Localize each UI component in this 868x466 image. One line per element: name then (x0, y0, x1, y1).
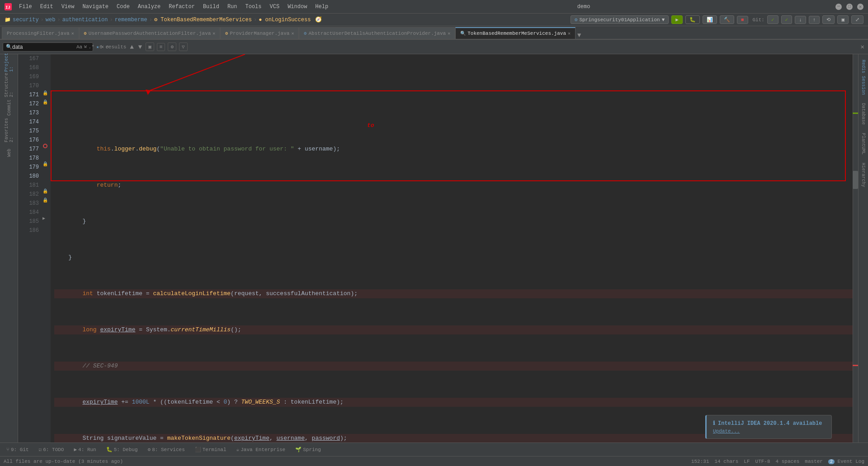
menu-help[interactable]: Help (311, 3, 332, 11)
panel-redis-session[interactable]: Redis Session (860, 56, 867, 99)
search-in-selection-btn[interactable]: ▣ (146, 42, 154, 51)
sidebar-web-icon[interactable]: Web (1, 146, 17, 159)
tab-provider-manager[interactable]: ⚙ ProviderManager.java ✕ (220, 27, 299, 39)
panel-database[interactable]: Database (860, 99, 867, 128)
title-bar: IJ File Edit View Navigate Code Analyze … (0, 0, 868, 14)
gutter-lock-182: 🔒 (42, 198, 48, 203)
tab-close-icon[interactable]: ✕ (291, 31, 294, 36)
tab-token-based-remember[interactable]: 🔍 TokenBasedRememberMeServices.java ✕ (455, 27, 576, 39)
git-commit-btn[interactable]: ✓ (767, 15, 778, 24)
menu-edit[interactable]: Edit (37, 3, 57, 11)
menu-build[interactable]: Build (199, 3, 223, 11)
build-button[interactable]: 🔨 (720, 15, 734, 24)
sidebar-commit-icon[interactable]: Commit (1, 101, 17, 114)
java-enterprise-tool-btn[interactable]: ☕ Java Enterprise (233, 446, 289, 453)
coverage-button[interactable]: 📊 (703, 15, 717, 24)
event-log-btn[interactable]: 2 Event Log (828, 459, 864, 464)
search-prev-btn[interactable]: ▲ (129, 43, 134, 51)
menu-refactor[interactable]: Refactor (165, 3, 198, 11)
run-button[interactable]: ▶ (671, 15, 683, 24)
share-btn[interactable]: ↑ (809, 16, 820, 24)
spring-tool-btn[interactable]: 🌱 Spring (292, 446, 325, 453)
sidebar-structure-icon[interactable]: 2: Structure (1, 79, 17, 91)
sidebar-favorites-icon[interactable]: 2: Favorites (1, 124, 17, 137)
code-lines[interactable]: this.logger.debug("Unable to obtain pass… (51, 54, 853, 442)
code-line-169: } (54, 217, 853, 226)
sidebar-project-icon[interactable]: 1: Project (1, 56, 17, 69)
breadcrumb-item-rememberme[interactable]: rememberme (115, 17, 147, 23)
layout-btn[interactable]: ▣ (837, 15, 849, 24)
history-btn[interactable]: ⟲ (822, 15, 835, 24)
breadcrumb-item-web[interactable]: web (46, 17, 56, 23)
tab-processing-filter[interactable]: ProcessingFilter.java ✕ (2, 27, 79, 39)
gutter-expand-184: ▶ (42, 216, 45, 221)
todo-tool-btn[interactable]: ☑ 6: TODO (35, 446, 68, 453)
stop-button[interactable]: ■ (737, 16, 748, 24)
search-next-btn[interactable]: ▼ (137, 43, 143, 51)
status-position[interactable]: 152:31 (691, 459, 709, 464)
menu-vcs[interactable]: VCS (266, 3, 283, 11)
menu-run[interactable]: Run (224, 3, 241, 11)
tab-abstract-user-details[interactable]: ⚙ AbstractUserDetailsAuthenticationProvi… (299, 27, 455, 39)
scroll-marker-ok (853, 113, 858, 114)
search-multiline-btn[interactable]: ≡ (157, 43, 165, 51)
menu-analyze[interactable]: Analyze (134, 3, 164, 11)
tab-close-icon[interactable]: ✕ (71, 31, 74, 36)
run-config-selector[interactable]: ⚙ Springsecurity01Application ▼ (571, 15, 669, 24)
services-tool-btn[interactable]: ⚙ 8: Services (144, 446, 189, 453)
search-input-wrapper: 🔍 Aa W .* ★ ✕ ↺ (3, 42, 93, 52)
search-options-btn[interactable]: ⚙ (168, 42, 176, 51)
left-sidebar: 1: Project 2: Structure Commit 2: Favori… (0, 54, 18, 442)
annotation-to-label: to (367, 121, 374, 130)
menu-file[interactable]: File (15, 3, 36, 11)
update-btn[interactable]: ↓ (795, 16, 806, 24)
minimize-button[interactable]: ─ (835, 4, 842, 10)
status-indent[interactable]: 4 spaces (776, 459, 800, 464)
tab-label: TokenBasedRememberMeServices.java (467, 31, 566, 36)
status-linesep[interactable]: LF (744, 459, 750, 464)
annotation-box (51, 90, 846, 181)
scrollbar-thumb[interactable] (853, 171, 858, 189)
more-tabs-icon[interactable]: ▼ (577, 32, 581, 39)
menu-window[interactable]: Window (284, 3, 311, 11)
tab-username-password[interactable]: ⚙ UsernamePasswordAuthenticationFilter.j… (79, 27, 221, 39)
expand-btn[interactable]: ⤢ (851, 15, 863, 24)
title-bar-title: demo (577, 3, 590, 10)
git-branch-status[interactable]: master (805, 459, 823, 464)
terminal-tool-btn[interactable]: ⬛ Terminal (191, 446, 230, 453)
status-encoding[interactable]: UTF-8 (755, 459, 770, 464)
run-tool-btn[interactable]: ▶ 4: Run (70, 446, 99, 453)
notification-update-link[interactable]: Update... (713, 428, 740, 434)
bottom-toolbar: ⑂ 9: Git ☑ 6: TODO ▶ 4: Run 🐛 5: Debug ⚙… (0, 442, 868, 456)
right-scrollbar[interactable] (853, 54, 858, 442)
tab-close-icon[interactable]: ✕ (212, 31, 215, 36)
breadcrumb-item-security[interactable]: security (13, 17, 39, 23)
menu-code[interactable]: Code (113, 3, 133, 11)
tab-close-icon[interactable]: ✕ (448, 31, 450, 36)
git-push-btn[interactable]: ✓ (781, 15, 793, 24)
breadcrumb-item-authentication[interactable]: authentication (62, 17, 108, 23)
maximize-button[interactable]: □ (846, 4, 853, 10)
search-filter-btn[interactable]: ▽ (179, 42, 188, 51)
menu-navigate[interactable]: Navigate (79, 3, 112, 11)
search-close-button[interactable]: ✕ (860, 43, 865, 51)
code-line-167: this.logger.debug("Unable to obtain pass… (54, 145, 853, 154)
debug-button[interactable]: 🐛 (685, 15, 700, 24)
menu-tools[interactable]: Tools (242, 3, 265, 11)
svg-line-2 (148, 54, 245, 91)
search-regex-btn[interactable]: .* (88, 44, 95, 50)
search-word-btn[interactable]: W (83, 45, 87, 49)
panel-plantuml[interactable]: PlantUML (860, 129, 867, 158)
debug-tool-btn[interactable]: 🐛 5: Debug (103, 446, 142, 453)
project-toggle-icon[interactable]: 📁 (5, 17, 11, 23)
breadcrumb-item-method[interactable]: ● onLoginSuccess (259, 17, 311, 23)
menu-view[interactable]: View (58, 3, 78, 11)
breadcrumb-item-service[interactable]: ⚙ TokenBasedRememberMeServices (154, 16, 252, 23)
search-case-btn[interactable]: Aa (75, 44, 83, 50)
close-button[interactable]: ✕ (857, 4, 863, 10)
tab-close-icon[interactable]: ✕ (568, 31, 571, 36)
panel-hierarchy[interactable]: Hierarchy (860, 159, 867, 191)
navigate-icon[interactable]: 🧭 (315, 16, 322, 23)
search-input[interactable] (12, 44, 75, 50)
git-tool-btn[interactable]: ⑂ 9: Git (3, 446, 33, 453)
